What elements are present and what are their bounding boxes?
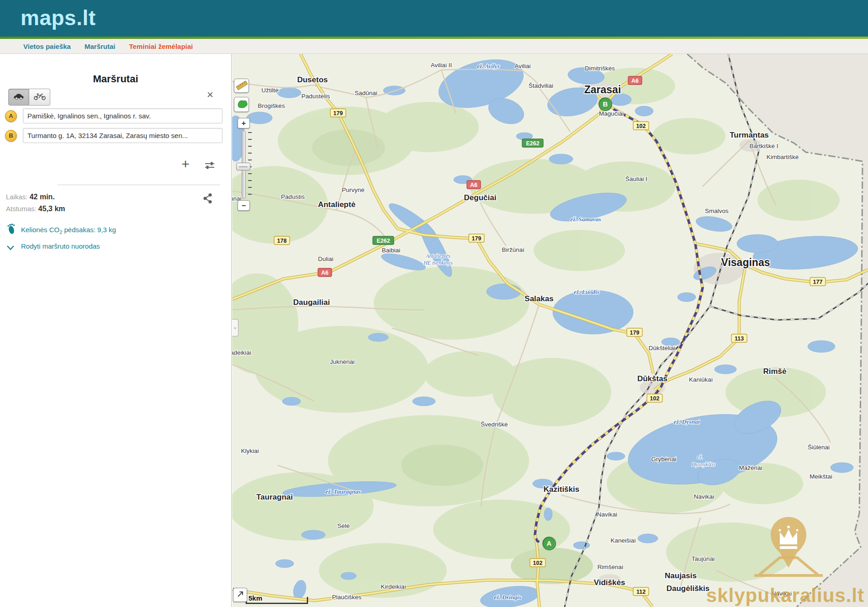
measure-tool-button[interactable] bbox=[234, 79, 249, 93]
map-label: Zarasai bbox=[584, 84, 621, 96]
route-stats: Laikas: 42 min. Atstumas: 45,3 km bbox=[6, 191, 65, 215]
map-label: adeikiai bbox=[232, 349, 251, 356]
route-options-button[interactable] bbox=[204, 161, 215, 172]
svg-text:E262: E262 bbox=[526, 140, 539, 147]
origin-badge: A bbox=[5, 110, 17, 122]
zoom-in-button[interactable]: + bbox=[238, 118, 250, 128]
road-shield-112: 112 bbox=[633, 587, 649, 596]
co2-text: Kelionės CO2 pėdsakas: 9,3 kg bbox=[21, 226, 116, 235]
co2-footprint-row: Kelionės CO2 pėdsakas: 9,3 kg bbox=[6, 222, 16, 237]
sliders-icon bbox=[204, 164, 215, 171]
map-label: Vidiškės bbox=[594, 578, 625, 587]
map-label: Degučiai bbox=[464, 193, 497, 202]
road-shield-a6: A6 bbox=[467, 181, 481, 189]
map-label: Biržūnai bbox=[502, 246, 524, 253]
destination-row: B bbox=[0, 128, 231, 144]
road-shield-113: 113 bbox=[731, 334, 747, 342]
distance-row: Atstumas: 45,3 km bbox=[6, 203, 65, 215]
car-icon bbox=[13, 93, 25, 102]
svg-text:102: 102 bbox=[650, 395, 660, 402]
map-label: Aviliai II bbox=[431, 62, 452, 69]
nav-bar: Vietos paieška Maršrutai Teminiai žemėla… bbox=[0, 39, 868, 54]
motorcycle-icon bbox=[33, 92, 46, 102]
map-label: Dusetos bbox=[297, 75, 328, 84]
route-marker-destination[interactable]: B bbox=[598, 97, 612, 111]
map-label: Salakas bbox=[524, 294, 553, 303]
map-label-water: ež. Dringis bbox=[494, 594, 521, 601]
map-label-water: HE tvenkinys bbox=[423, 260, 453, 266]
map-label: Kaniūkai bbox=[689, 376, 713, 383]
share-button[interactable] bbox=[203, 193, 213, 206]
map-label: Navikai bbox=[694, 493, 714, 500]
map-label: Kirdeikiai bbox=[381, 583, 406, 590]
svg-text:178: 178 bbox=[277, 238, 287, 244]
road-shield-177: 177 bbox=[810, 277, 826, 286]
map-canvas[interactable]: A6 A6 A6 E262 E262 179 179 179 178 102 1… bbox=[232, 54, 868, 607]
svg-text:112: 112 bbox=[636, 589, 646, 595]
northeast-arrow-icon bbox=[236, 590, 245, 601]
map-label: Navikai bbox=[597, 511, 617, 518]
zoom-out-button[interactable]: − bbox=[238, 200, 250, 211]
svg-text:177: 177 bbox=[813, 279, 823, 285]
map-label: Bartkiškė I bbox=[749, 143, 778, 149]
lithuania-overview-button[interactable] bbox=[234, 97, 249, 112]
map-label: Smalvos bbox=[705, 208, 729, 214]
map-label-water: ež. Dysnai bbox=[674, 418, 700, 425]
map-label: Užtiltė bbox=[261, 87, 279, 94]
panel-divider bbox=[58, 185, 220, 185]
distance-label: Atstumas: bbox=[6, 205, 37, 213]
svg-text:A6: A6 bbox=[631, 78, 639, 84]
svg-text:B: B bbox=[603, 100, 608, 108]
destination-input[interactable] bbox=[23, 128, 222, 143]
map-label-water: ež. Samavas bbox=[570, 216, 601, 223]
map-label: Turmantas bbox=[730, 131, 769, 139]
maps-lt-logo[interactable]: maps.lt bbox=[21, 5, 96, 30]
road-shield-179: 179 bbox=[627, 328, 642, 336]
map-label: Dimitriškės bbox=[585, 65, 615, 72]
car-mode-button[interactable] bbox=[8, 89, 29, 106]
chevron-down-icon bbox=[6, 244, 15, 252]
map-label: Sėlė bbox=[337, 522, 349, 529]
route-marker-origin[interactable]: A bbox=[542, 537, 556, 550]
origin-input[interactable] bbox=[23, 108, 222, 123]
map-label: Rimšė bbox=[763, 367, 786, 376]
map-label: Daugėliškis bbox=[667, 584, 710, 593]
motorcycle-mode-button[interactable] bbox=[29, 89, 50, 106]
add-waypoint-button[interactable]: + bbox=[178, 157, 193, 172]
map-label: Plaučiškės bbox=[332, 594, 362, 601]
map-label: Štadviliai bbox=[529, 82, 553, 89]
sidebar-collapse-handle[interactable]: ‹ bbox=[232, 319, 238, 336]
map-label: Duliai bbox=[318, 256, 333, 262]
map-label: Dūkštas bbox=[637, 374, 667, 383]
map-label: Juknėnai bbox=[330, 358, 355, 365]
pan-reset-button[interactable] bbox=[233, 588, 247, 602]
svg-text:179: 179 bbox=[630, 330, 640, 336]
road-shield-102: 102 bbox=[647, 394, 662, 402]
map-label: Antalieptė bbox=[318, 200, 355, 209]
close-icon[interactable]: ✕ bbox=[206, 91, 214, 99]
tab-thematic-maps[interactable]: Teminiai žemėlapiai bbox=[129, 43, 193, 50]
maps-lt-app: maps.lt Vietos paieška Maršrutai Teminia… bbox=[0, 0, 868, 607]
map-label: Šiūlėnai bbox=[808, 444, 830, 451]
footprint-icon bbox=[6, 229, 16, 237]
svg-text:113: 113 bbox=[735, 335, 744, 342]
map-label-water: Antalieptės bbox=[425, 253, 450, 259]
tab-place-search[interactable]: Vietos paieška bbox=[23, 43, 71, 50]
map-label: Padustėlis bbox=[302, 93, 330, 100]
road-shield-a6: A6 bbox=[628, 76, 642, 85]
origin-row: A bbox=[0, 108, 231, 124]
map-label-water: ež. Luodis bbox=[574, 288, 599, 295]
road-shield-178: 178 bbox=[274, 236, 290, 245]
map-label: Kimbartiškė bbox=[767, 154, 799, 160]
map-label: Naujasis bbox=[665, 571, 697, 580]
tab-routes[interactable]: Maršrutai bbox=[85, 43, 116, 50]
map-label: Kaneišiai bbox=[611, 537, 636, 544]
map-label-water: ež. bbox=[697, 454, 703, 460]
zoom-slider-handle[interactable] bbox=[236, 163, 250, 170]
map-viewport: A6 A6 A6 E262 E262 179 179 179 178 102 1… bbox=[232, 54, 868, 607]
map-label: Meikštai bbox=[810, 473, 832, 480]
svg-text:A6: A6 bbox=[321, 270, 328, 276]
header-bar: maps.lt bbox=[0, 0, 868, 37]
svg-text:179: 179 bbox=[333, 110, 343, 117]
svg-text:A6: A6 bbox=[470, 182, 477, 188]
